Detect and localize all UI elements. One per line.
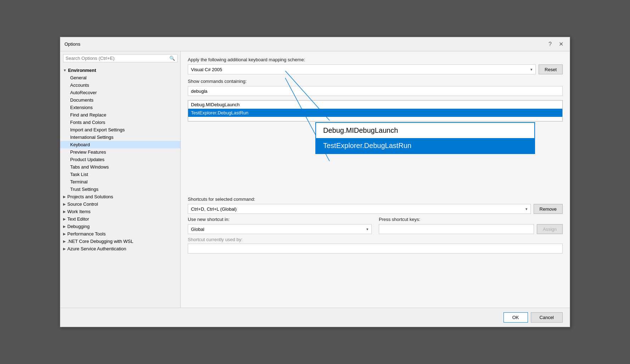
command-item-1[interactable]: Debug.MIDebugLaunch — [188, 101, 562, 109]
tree-item-preview[interactable]: Preview Features — [60, 148, 180, 156]
tree-item-work-items[interactable]: ▶ Work Items — [60, 208, 180, 215]
tree-item-international[interactable]: International Settings — [60, 133, 180, 141]
shortcut-dropdown[interactable]: Ctrl+D, Ctrl+L (Global) ▾ — [188, 204, 531, 214]
options-dialog: Options ? ✕ 🔍 ▼ Environment General Acco… — [60, 37, 570, 327]
scheme-label: Apply the following additional keyboard … — [188, 57, 563, 62]
use-new-value: Global — [191, 227, 204, 232]
title-bar-buttons: ? ✕ — [546, 40, 566, 48]
reset-button[interactable]: Reset — [539, 64, 563, 74]
scheme-row: Visual C# 2005 ▾ Reset — [188, 64, 563, 74]
bottom-bar: OK Cancel — [60, 308, 570, 327]
commands-filter-row — [188, 86, 563, 96]
chevron-right-icon: ▶ — [63, 239, 66, 243]
shortcut-used-label: Shortcut currently used by: — [188, 237, 563, 242]
help-button[interactable]: ? — [546, 40, 554, 48]
chevron-down-icon: ▾ — [525, 207, 528, 211]
zoom-item-1[interactable]: Debug.MIDebugLaunch — [316, 123, 534, 138]
use-new-dropdown[interactable]: Global ▾ — [188, 224, 372, 234]
chevron-down-icon: ▾ — [366, 227, 369, 232]
chevron-right-icon: ▶ — [63, 217, 66, 221]
tree-item-tabs-windows[interactable]: Tabs and Windows — [60, 163, 180, 171]
chevron-right-icon: ▶ — [63, 247, 66, 251]
tree-item-text-editor[interactable]: ▶ Text Editor — [60, 215, 180, 223]
chevron-right-icon: ▶ — [63, 224, 66, 228]
search-box[interactable]: 🔍 — [63, 54, 178, 62]
tree-root-environment[interactable]: ▼ Environment — [60, 67, 180, 74]
dialog-title: Options — [64, 41, 546, 47]
ok-button[interactable]: OK — [504, 312, 528, 323]
chevron-right-icon: ▶ — [63, 210, 66, 214]
zoom-command-list[interactable]: Debug.MIDebugLaunch TestExplorer.DebugLa… — [315, 122, 535, 154]
zoom-item-2[interactable]: TestExplorer.DebugLastRun — [316, 138, 534, 153]
assign-button[interactable]: Assign — [537, 224, 563, 234]
left-panel: 🔍 ▼ Environment General Accounts AutoRec… — [60, 51, 181, 308]
title-bar: Options ? ✕ — [60, 37, 570, 51]
shortcut-row: Ctrl+D, Ctrl+L (Global) ▾ Remove — [188, 204, 563, 214]
commands-filter-input[interactable] — [188, 86, 563, 96]
chevron-right-icon: ▶ — [63, 195, 66, 199]
tree-item-azure-auth[interactable]: ▶ Azure Service Authentication — [60, 245, 180, 252]
tree-item-projects[interactable]: ▶ Projects and Solutions — [60, 193, 180, 200]
cancel-button[interactable]: Cancel — [531, 312, 563, 323]
scheme-dropdown[interactable]: Visual C# 2005 ▾ — [188, 64, 536, 74]
shortcut-value: Ctrl+D, Ctrl+L (Global) — [191, 206, 237, 212]
chevron-right-icon: ▶ — [63, 202, 66, 206]
command-list[interactable]: Debug.MIDebugLaunch TestExplorer.DebugLa… — [188, 100, 563, 121]
tree-item-terminal[interactable]: Terminal — [60, 178, 180, 186]
chevron-right-icon: ▶ — [63, 232, 66, 236]
shortcut-used-box — [188, 244, 563, 254]
tree-item-fonts-colors[interactable]: Fonts and Colors — [60, 119, 180, 126]
tree-item-keyboard[interactable]: Keyboard — [60, 141, 180, 148]
remove-button[interactable]: Remove — [534, 204, 563, 214]
tree-item-task-list[interactable]: Task List — [60, 171, 180, 178]
tree-item-trust-settings[interactable]: Trust Settings — [60, 186, 180, 193]
tree-item-documents[interactable]: Documents — [60, 96, 180, 104]
tree-item-perf-tools[interactable]: ▶ Performance Tools — [60, 230, 180, 238]
search-input[interactable] — [66, 56, 169, 61]
tree-item-dotnet-wsl[interactable]: ▶ .NET Core Debugging with WSL — [60, 238, 180, 245]
shortcuts-label: Shortcuts for selected command: — [188, 197, 563, 202]
press-shortcut-input[interactable] — [379, 224, 534, 234]
tree-item-import-export[interactable]: Import and Export Settings — [60, 126, 180, 133]
press-shortcut-col: Press shortcut keys: Assign — [379, 217, 563, 234]
right-panel: Apply the following additional keyboard … — [181, 51, 570, 308]
commands-label: Show commands containing: — [188, 79, 563, 84]
tree-item-extensions[interactable]: Extensions — [60, 104, 180, 111]
chevron-down-icon: ▼ — [63, 68, 67, 72]
tree-container: ▼ Environment General Accounts AutoRecov… — [60, 65, 180, 308]
tree-item-autorecover[interactable]: AutoRecover — [60, 89, 180, 96]
use-new-section: Use new shortcut in: Global ▾ Press shor… — [188, 217, 563, 234]
tree-item-general[interactable]: General — [60, 74, 180, 81]
close-button[interactable]: ✕ — [557, 40, 566, 48]
use-new-label: Use new shortcut in: — [188, 217, 372, 222]
tree-item-debugging[interactable]: ▶ Debugging — [60, 223, 180, 230]
chevron-down-icon: ▾ — [530, 67, 533, 72]
tree-item-product-updates[interactable]: Product Updates — [60, 156, 180, 163]
command-item-2[interactable]: TestExplorer.DebugLastRun — [188, 109, 562, 117]
search-icon: 🔍 — [169, 56, 175, 61]
scheme-value: Visual C# 2005 — [191, 67, 222, 72]
use-new-col: Use new shortcut in: Global ▾ — [188, 217, 372, 234]
tree-item-find-replace[interactable]: Find and Replace — [60, 111, 180, 119]
main-content: 🔍 ▼ Environment General Accounts AutoRec… — [60, 51, 570, 308]
tree-item-accounts[interactable]: Accounts — [60, 81, 180, 89]
tree-item-source-control[interactable]: ▶ Source Control — [60, 200, 180, 208]
press-shortcut-label: Press shortcut keys: — [379, 217, 563, 222]
